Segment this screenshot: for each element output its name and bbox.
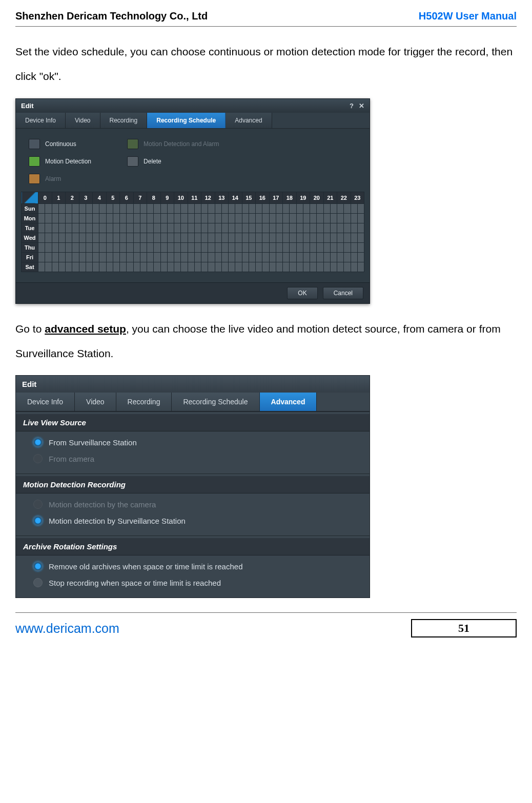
schedule-cell[interactable]: [106, 223, 113, 233]
schedule-cell[interactable]: [188, 203, 194, 213]
schedule-cell[interactable]: [357, 213, 364, 223]
tab2-video[interactable]: Video: [75, 393, 116, 411]
schedule-cell[interactable]: [160, 242, 167, 252]
schedule-cell[interactable]: [99, 252, 106, 262]
schedule-cell[interactable]: [303, 242, 310, 252]
schedule-cell[interactable]: [86, 213, 92, 223]
schedule-cell[interactable]: [45, 203, 52, 213]
schedule-cell[interactable]: [188, 223, 194, 233]
schedule-cell[interactable]: [52, 233, 58, 242]
schedule-cell[interactable]: [317, 233, 323, 242]
schedule-cell[interactable]: [160, 262, 167, 272]
schedule-cell[interactable]: [351, 262, 357, 272]
schedule-cell[interactable]: [256, 233, 262, 242]
schedule-cell[interactable]: [351, 223, 357, 233]
grid-corner[interactable]: [22, 192, 38, 203]
schedule-cell[interactable]: [113, 213, 119, 223]
tab2-device-info[interactable]: Device Info: [16, 393, 75, 411]
schedule-cell[interactable]: [276, 262, 282, 272]
schedule-cell[interactable]: [208, 262, 215, 272]
schedule-cell[interactable]: [93, 203, 99, 213]
schedule-cell[interactable]: [58, 213, 65, 223]
schedule-cell[interactable]: [174, 233, 181, 242]
schedule-cell[interactable]: [140, 213, 147, 223]
schedule-cell[interactable]: [66, 262, 72, 272]
schedule-cell[interactable]: [147, 203, 154, 213]
radio-from-surveillance[interactable]: From Surveillance Station: [33, 438, 370, 447]
schedule-cell[interactable]: [147, 223, 154, 233]
schedule-cell[interactable]: [120, 233, 127, 242]
schedule-cell[interactable]: [160, 223, 167, 233]
schedule-cell[interactable]: [290, 223, 296, 233]
schedule-cell[interactable]: [310, 233, 317, 242]
schedule-cell[interactable]: [174, 203, 181, 213]
schedule-cell[interactable]: [52, 252, 58, 262]
schedule-cell[interactable]: [242, 242, 249, 252]
schedule-cell[interactable]: [330, 203, 337, 213]
schedule-cell[interactable]: [174, 262, 181, 272]
schedule-cell[interactable]: [72, 252, 79, 262]
schedule-cell[interactable]: [113, 252, 119, 262]
tab2-recording-schedule[interactable]: Recording Schedule: [172, 393, 259, 411]
schedule-cell[interactable]: [310, 213, 317, 223]
tab2-advanced[interactable]: Advanced: [260, 393, 317, 411]
schedule-cell[interactable]: [215, 262, 221, 272]
schedule-cell[interactable]: [93, 223, 99, 233]
radio-stop-recording[interactable]: Stop recording when space or time limit …: [33, 578, 370, 587]
schedule-cell[interactable]: [283, 213, 290, 223]
schedule-grid[interactable]: 01234567891011121314151617181920212223 S…: [21, 192, 364, 272]
schedule-cell[interactable]: [310, 252, 317, 262]
schedule-cell[interactable]: [194, 252, 201, 262]
schedule-cell[interactable]: [133, 203, 140, 213]
schedule-cell[interactable]: [58, 233, 65, 242]
schedule-cell[interactable]: [330, 223, 337, 233]
schedule-cell[interactable]: [276, 223, 282, 233]
schedule-cell[interactable]: [66, 242, 72, 252]
schedule-cell[interactable]: [133, 213, 140, 223]
schedule-cell[interactable]: [106, 262, 113, 272]
schedule-cell[interactable]: [249, 242, 255, 252]
schedule-cell[interactable]: [113, 203, 119, 213]
schedule-cell[interactable]: [93, 262, 99, 272]
schedule-cell[interactable]: [229, 252, 235, 262]
schedule-cell[interactable]: [38, 233, 45, 242]
schedule-cell[interactable]: [303, 223, 310, 233]
schedule-cell[interactable]: [58, 262, 65, 272]
schedule-cell[interactable]: [303, 262, 310, 272]
schedule-cell[interactable]: [66, 233, 72, 242]
tab-device-info[interactable]: Device Info: [16, 113, 66, 128]
schedule-cell[interactable]: [229, 203, 235, 213]
schedule-cell[interactable]: [208, 242, 215, 252]
schedule-cell[interactable]: [79, 213, 86, 223]
schedule-cell[interactable]: [330, 233, 337, 242]
schedule-cell[interactable]: [330, 262, 337, 272]
schedule-cell[interactable]: [242, 213, 249, 223]
schedule-cell[interactable]: [120, 262, 127, 272]
schedule-cell[interactable]: [229, 223, 235, 233]
schedule-cell[interactable]: [337, 262, 344, 272]
schedule-cell[interactable]: [167, 203, 174, 213]
schedule-cell[interactable]: [181, 242, 188, 252]
schedule-cell[interactable]: [296, 223, 303, 233]
cancel-button[interactable]: Cancel: [323, 287, 363, 299]
schedule-cell[interactable]: [86, 242, 92, 252]
schedule-cell[interactable]: [174, 213, 181, 223]
schedule-cell[interactable]: [38, 252, 45, 262]
schedule-cell[interactable]: [72, 233, 79, 242]
schedule-cell[interactable]: [323, 262, 330, 272]
schedule-cell[interactable]: [154, 262, 160, 272]
schedule-cell[interactable]: [221, 203, 228, 213]
schedule-cell[interactable]: [323, 233, 330, 242]
schedule-cell[interactable]: [229, 262, 235, 272]
schedule-cell[interactable]: [72, 262, 79, 272]
schedule-cell[interactable]: [154, 213, 160, 223]
schedule-cell[interactable]: [344, 233, 351, 242]
schedule-cell[interactable]: [93, 252, 99, 262]
schedule-cell[interactable]: [262, 223, 269, 233]
schedule-cell[interactable]: [120, 213, 127, 223]
tab2-recording[interactable]: Recording: [116, 393, 172, 411]
schedule-cell[interactable]: [160, 233, 167, 242]
schedule-cell[interactable]: [249, 203, 255, 213]
schedule-cell[interactable]: [86, 203, 92, 213]
schedule-cell[interactable]: [296, 242, 303, 252]
